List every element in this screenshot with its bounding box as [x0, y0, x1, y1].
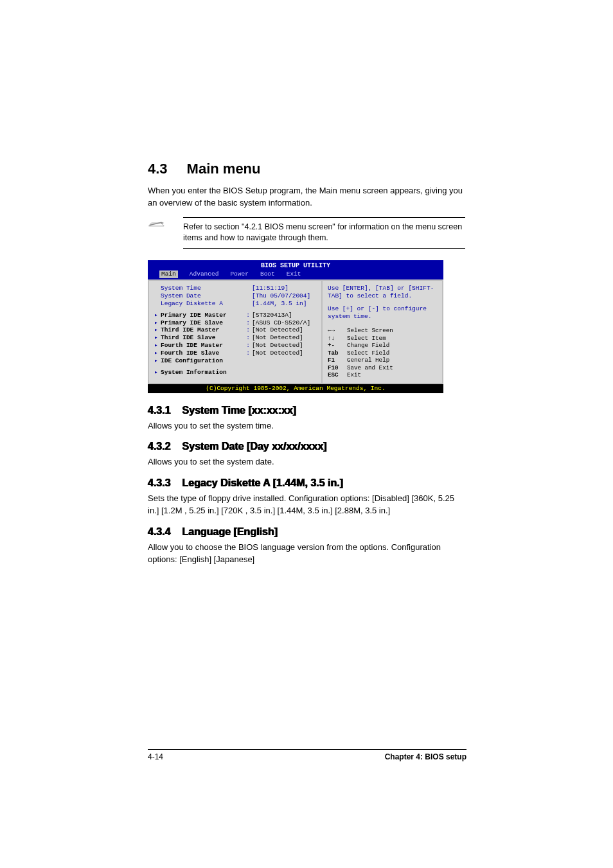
- bios-copyright: (C)Copyright 1985-2002, American Megatre…: [148, 384, 443, 393]
- bios-key-row: TabSelect Field: [328, 350, 396, 357]
- section-intro: When you enter the BIOS Setup program, t…: [148, 185, 465, 209]
- bios-submenu-row: ▸Primary IDE Slave:[ASUS CD-S520/A]: [154, 319, 316, 327]
- page-footer: 4-14 Chapter 4: BIOS setup: [148, 749, 466, 761]
- bios-tab-main: Main: [159, 270, 178, 278]
- subsection-body: Allows you to set the system time.: [148, 420, 465, 432]
- bios-help-text-1: Use [ENTER], [TAB] or [SHIFT-TAB] to sel…: [328, 285, 437, 300]
- note-block: Refer to section "4.2.1 BIOS menu screen…: [148, 217, 465, 249]
- bios-key-row: ESCExit: [328, 371, 396, 379]
- page-number: 4-14: [148, 752, 163, 761]
- svg-marker-2: [161, 222, 164, 224]
- section-title: Main menu: [187, 161, 261, 177]
- bios-tab-advanced: Advanced: [190, 270, 219, 278]
- section-heading: 4.3Main menu: [148, 161, 465, 177]
- bios-submenu-row: ▸Third IDE Slave:[Not Detected]: [154, 334, 316, 342]
- bios-submenu-row: ▸Fourth IDE Slave:[Not Detected]: [154, 350, 316, 357]
- chapter-label: Chapter 4: BIOS setup: [385, 752, 466, 761]
- bios-tab-boot: Boot: [260, 270, 275, 278]
- bios-key-row: F10Save and Exit: [328, 364, 396, 372]
- subsection-heading: 4.3.4Language [English]: [148, 526, 465, 538]
- bios-left-pane: System Time[11:51:19]System Date[Thu 05/…: [148, 279, 321, 384]
- bios-key-row: F1General Help: [328, 357, 396, 364]
- bios-screenshot: BIOS SETUP UTILITY Main Advanced Power B…: [148, 260, 443, 393]
- bios-field-row: Legacy Diskette A[1.44M, 3.5 in]: [154, 300, 316, 308]
- bios-tabbar: Main Advanced Power Boot Exit: [148, 270, 443, 279]
- subsection-heading: 4.3.2System Date [Day xx/xx/xxxx]: [148, 441, 465, 452]
- bios-field-row: System Date[Thu 05/07/2004]: [154, 292, 316, 300]
- bios-tab-exit: Exit: [287, 270, 301, 278]
- bios-help-text-2: Use [+] or [-] to configure system time.: [328, 305, 437, 321]
- subsection-body: Sets the type of floppy drive installed.…: [148, 493, 465, 517]
- pencil-icon: [148, 217, 183, 229]
- bios-submenu-row: ▸Primary IDE Master:[ST320413A]: [154, 312, 316, 319]
- bios-submenu-row: ▸Third IDE Master:[Not Detected]: [154, 326, 316, 334]
- bios-field-row: System Time[11:51:19]: [154, 285, 316, 292]
- bios-submenu-row: ▸Fourth IDE Master:[Not Detected]: [154, 342, 316, 350]
- subsection-body: Allows you to set the system date.: [148, 456, 465, 468]
- bios-key-row: ↑↓Select Item: [328, 335, 396, 342]
- bios-tab-power: Power: [230, 270, 249, 278]
- bios-right-pane: Use [ENTER], [TAB] or [SHIFT-TAB] to sel…: [321, 279, 443, 384]
- bios-submenu-row: ▸System Information: [154, 369, 316, 376]
- note-text: Refer to section "4.2.1 BIOS menu screen…: [183, 217, 465, 249]
- bios-key-row: ←→Select Screen: [328, 327, 396, 335]
- bios-key-row: +-Change Field: [328, 342, 396, 350]
- subsection-heading: 4.3.1System Time [xx:xx:xx]: [148, 405, 465, 416]
- bios-key-help: ←→Select Screen↑↓Select Item+-Change Fie…: [328, 327, 437, 379]
- subsection-body: Allow you to choose the BIOS language ve…: [148, 542, 465, 566]
- bios-title: BIOS SETUP UTILITY: [148, 260, 443, 271]
- section-number: 4.3: [148, 161, 168, 177]
- bios-submenu-row: ▸IDE Configuration: [154, 357, 316, 365]
- subsection-heading: 4.3.3Legacy Diskette A [1.44M, 3.5 in.]: [148, 477, 465, 489]
